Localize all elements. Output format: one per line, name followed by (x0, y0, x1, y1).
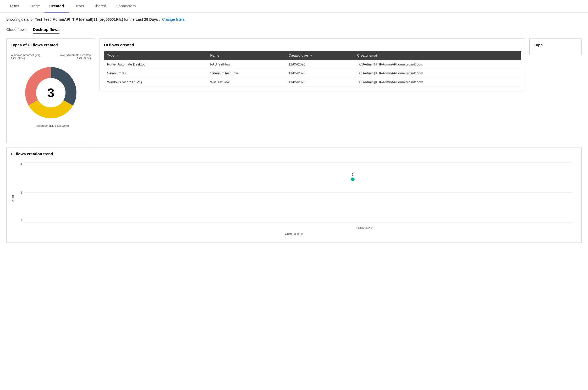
cell-creator_email: TCSAdmin@TIPAdminAPI.onmicrosoft.com (354, 69, 521, 78)
sort-icon-type: ⇅ (117, 54, 119, 57)
y-label-3: 3 (16, 191, 22, 194)
nav-tab-usage[interactable]: Usage (24, 0, 45, 13)
main-grid: Types of UI flows created Windows record… (6, 38, 582, 143)
filter-card: Type (529, 38, 582, 55)
cell-type: Power Automate Desktop (104, 60, 207, 69)
nav-tab-runs[interactable]: Runs (5, 0, 24, 13)
y-axis-labels: 4 3 2 (16, 162, 22, 223)
cell-creator_email: TCSAdmin@TIPAdminAPI.onmicrosoft.com (354, 60, 521, 69)
data-point: 3 (351, 173, 355, 181)
cell-type: Windows recorder (V1) (104, 78, 207, 87)
page-content: Showing data for Test_test_AdminAPI_TIP … (0, 13, 588, 248)
sort-icon-date: ∨ (310, 54, 312, 57)
sub-tab-cloud[interactable]: Cloud flows (6, 27, 27, 34)
trend-svg: 3 (24, 162, 572, 223)
filter-middle: for the (124, 17, 135, 21)
col-creator-email[interactable]: Creator email (354, 51, 521, 60)
cell-name: WinTestFlow (207, 78, 285, 87)
annotation-selenium: — Selenium IDE 1 (33.33%) (33, 124, 69, 127)
annotation-windows: Windows recorder (V1) 1 (33.33%) (11, 53, 40, 60)
cell-name: SeleniumTestFlow (207, 69, 285, 78)
filter-prefix: Showing data for (6, 17, 34, 21)
y-label-2: 2 (16, 219, 22, 223)
annotation-pad: Power Automate Desktop 1 (33.33%) (58, 53, 91, 60)
donut-card-title: Types of UI flows created (11, 43, 91, 47)
y-label-4: 4 (16, 162, 22, 166)
filter-bar: Showing data for Test_test_AdminAPI_TIP … (6, 17, 582, 21)
col-name[interactable]: Name (207, 51, 285, 60)
table-card: UI flows created Type ⇅ Name Created dat… (100, 38, 525, 91)
donut-center-value: 3 (47, 86, 54, 100)
cell-created_date: 11/05/2020 (285, 60, 354, 69)
trend-card: UI flows creation trend Count 4 3 2 (6, 147, 582, 243)
data-dot (351, 177, 355, 181)
table-row[interactable]: Power Automate DesktopPADTestFlow11/05/2… (104, 60, 521, 69)
x-axis-label: 11/06/2020 (356, 226, 372, 230)
data-label: 3 (352, 173, 354, 177)
cell-name: PADTestFlow (207, 60, 285, 69)
cell-created_date: 11/05/2020 (285, 69, 354, 78)
table-card-title: UI flows created (104, 43, 521, 47)
chart-area: 3 (24, 162, 572, 223)
table-row[interactable]: Selenium IDESeleniumTestFlow11/05/2020TC… (104, 69, 521, 78)
trend-card-title: UI flows creation trend (11, 152, 577, 156)
table-body: Power Automate DesktopPADTestFlow11/05/2… (104, 60, 521, 87)
trend-chart-inner: Count 4 3 2 3 (11, 160, 577, 238)
sub-tab-desktop[interactable]: Desktop flows (33, 27, 60, 34)
nav-tab-errors[interactable]: Errors (69, 0, 89, 13)
cell-creator_email: TCSAdmin@TIPAdminAPI.onmicrosoft.com (354, 78, 521, 87)
y-axis-title: Count (11, 195, 15, 204)
nav-tab-connectors[interactable]: Connectors (111, 0, 140, 13)
table-row[interactable]: Windows recorder (V1)WinTestFlow11/05/20… (104, 78, 521, 87)
table-header: Type ⇅ Name Created date ∨ Creator email (104, 51, 521, 60)
change-filters-link[interactable]: Change filters (162, 17, 185, 21)
nav-tabs: RunsUsageCreatedErrorsSharedConnectors (0, 0, 588, 13)
filter-period: Last 28 Days (136, 17, 158, 21)
filter-org: Test_test_AdminAPI_TIP (default)31 (org5… (35, 17, 123, 21)
nav-tab-created[interactable]: Created (45, 0, 69, 13)
filter-card-title: Type (534, 43, 577, 47)
donut-chart-wrapper: 3 (22, 64, 80, 122)
donut-card: Types of UI flows created Windows record… (6, 38, 95, 143)
ui-flows-table: Type ⇅ Name Created date ∨ Creator email… (104, 51, 521, 87)
col-created-date[interactable]: Created date ∨ (285, 51, 354, 60)
col-type[interactable]: Type ⇅ (104, 51, 207, 60)
cell-created_date: 11/05/2020 (285, 78, 354, 87)
x-axis-title: Created date (285, 232, 303, 236)
cell-type: Selenium IDE (104, 69, 207, 78)
nav-tab-shared[interactable]: Shared (89, 0, 111, 13)
filter-suffix: . (159, 17, 160, 21)
sub-tabs: Cloud flowsDesktop flows (6, 27, 582, 34)
